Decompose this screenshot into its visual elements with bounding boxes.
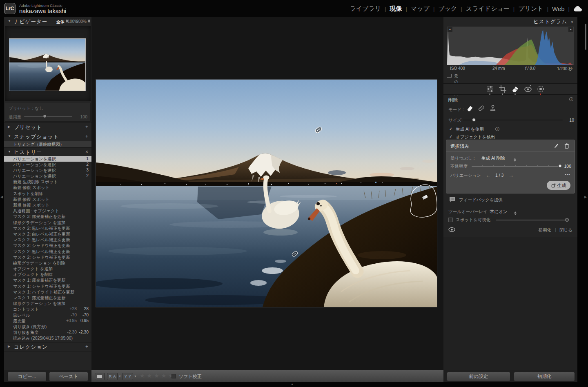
visualize-slider[interactable] — [496, 220, 568, 220]
masking-tool-icon[interactable] — [537, 85, 545, 93]
star-rating[interactable]: ★★★★★ — [140, 372, 176, 379]
history-item[interactable]: マスク 1: シャドウ補正を更新 — [4, 283, 91, 289]
detect-objects-check-icon[interactable]: ✓ — [449, 134, 452, 139]
generative-ai-check-icon[interactable]: ✓ — [449, 127, 452, 131]
history-item[interactable]: オブジェクト を追加 — [4, 266, 91, 272]
opacity-slider-knob[interactable] — [558, 164, 562, 168]
history-item[interactable]: 新規 生成削除 スポット — [4, 179, 91, 185]
original-photo-checkbox[interactable] — [447, 74, 452, 78]
trash-icon[interactable] — [564, 143, 570, 149]
generate-button[interactable]: 生成 — [547, 181, 570, 190]
zoom-updown-icon[interactable] — [88, 19, 91, 23]
filmstrip-expand-arrow[interactable]: ▲ — [291, 383, 294, 385]
module-tab-2[interactable]: 現像 — [390, 5, 402, 13]
crop-tool-icon[interactable] — [499, 85, 507, 93]
snapshot-item[interactable]: トリミング（最終縦構図） — [4, 141, 91, 147]
size-slider-knob[interactable] — [472, 118, 476, 122]
fill-updown-icon[interactable] — [514, 158, 517, 162]
history-item[interactable]: 黒レベル-70-70 — [4, 312, 91, 318]
overlay-updown-icon[interactable] — [514, 211, 517, 215]
reset-button[interactable]: 初期化 — [514, 372, 575, 381]
history-item[interactable]: マスク 2: 白レベル補正を更新 — [4, 231, 91, 237]
mode-heal-icon[interactable] — [478, 105, 485, 112]
module-tab-6[interactable]: プリント — [518, 5, 543, 13]
collapse-triangle-icon[interactable]: ▼ — [8, 150, 11, 153]
variation-prev-arrow[interactable]: ← — [486, 172, 491, 178]
history-item[interactable]: 共通範囲 : オブジェクト — [4, 208, 91, 214]
history-item[interactable]: 線形グラデーション を削除 — [4, 260, 91, 266]
history-item[interactable]: 読み込み (2025/04/15 17:05:00) — [4, 336, 91, 341]
basic-adjust-tool-icon[interactable] — [486, 85, 494, 93]
history-item[interactable]: マスク 2: 黒レベル補正を更新 — [4, 225, 91, 231]
collapse-triangle-icon[interactable]: ▶ — [8, 345, 10, 348]
history-item[interactable]: 新規 修復 スポット — [4, 202, 91, 208]
add-snapshot-button[interactable]: + — [85, 133, 88, 139]
history-item[interactable]: バリエーションを選択2 — [4, 162, 91, 167]
module-tab-1[interactable]: ライブラリ — [350, 5, 381, 13]
star-icon[interactable]: ★ — [161, 372, 169, 379]
presets-header[interactable]: ▶ プリセット + — [4, 123, 91, 131]
history-item[interactable]: 新規 修復 スポット — [4, 196, 91, 202]
mode-eraser-icon[interactable] — [466, 105, 474, 112]
star-icon[interactable]: ★ — [154, 372, 161, 379]
history-item[interactable]: バリエーションを選択1 — [4, 156, 91, 162]
history-item[interactable]: バリエーションを選択2 — [4, 173, 91, 179]
navigator-fit[interactable]: 全体 — [56, 19, 65, 25]
histogram-header[interactable]: ヒストグラム▼ — [533, 18, 574, 25]
history-item[interactable]: オブジェクト を削除 — [4, 272, 91, 278]
copy-button[interactable]: コピー... — [7, 372, 47, 381]
feedback-link[interactable]: フィードバックを提供 — [459, 197, 503, 203]
collapse-triangle-icon[interactable]: ▼ — [8, 19, 11, 23]
visualize-spots-checkbox[interactable] — [448, 218, 453, 222]
amount-slider[interactable] — [24, 116, 72, 117]
collapse-triangle-icon[interactable]: ▼ — [8, 134, 11, 138]
previous-settings-button[interactable]: 前の設定 — [447, 372, 510, 381]
preview-eye-icon[interactable] — [448, 227, 455, 232]
before-after-lr-button[interactable]: RA — [107, 373, 118, 380]
photo-view[interactable] — [96, 80, 437, 307]
navigator-zoom-200[interactable]: 200% — [76, 19, 87, 24]
right-scrollbar[interactable] — [585, 24, 586, 50]
fill-value-dropdown[interactable]: 生成 AI 削除 — [481, 156, 505, 161]
feedback-bubble-icon[interactable] — [449, 197, 456, 202]
tool-overlay-value-dropdown[interactable]: 常にオン — [490, 209, 508, 215]
star-icon[interactable]: ★ — [147, 372, 154, 379]
history-item[interactable]: マスク 3: 露光量補正を更新 — [4, 214, 91, 220]
red-eye-tool-icon[interactable] — [524, 85, 532, 93]
panel-reset-button[interactable]: 初期化 — [539, 227, 552, 233]
history-item[interactable]: マスク 2: 黒レベル補正を更新 — [4, 237, 91, 243]
snapshots-header[interactable]: ▼ スナップショット + — [4, 133, 91, 141]
paste-button[interactable]: ペースト — [49, 372, 88, 381]
detect-objects-label[interactable]: オブジェクトを検出 — [456, 134, 495, 140]
star-icon[interactable]: ★ — [140, 372, 147, 379]
navigator-header[interactable]: ▼ ナビゲーター 全体 100% 200% — [4, 18, 91, 26]
history-item[interactable]: 新規 修復 スポット — [4, 185, 91, 191]
opacity-slider[interactable] — [472, 166, 561, 167]
collapse-triangle-icon[interactable]: ▶ — [8, 125, 10, 129]
caret-icon[interactable]: ▼ — [118, 375, 121, 378]
history-item[interactable]: 線形グラデーション を追加 — [4, 301, 91, 307]
navigator-thumbnail[interactable] — [9, 39, 85, 91]
history-item[interactable]: 露光量+0.950.95 — [4, 318, 91, 324]
variation-more-menu[interactable]: ••• — [565, 172, 570, 177]
history-item[interactable]: マスク 2: シャドウ補正を更新 — [4, 243, 91, 249]
size-slider[interactable] — [463, 120, 563, 120]
module-tab-3[interactable]: マップ — [411, 5, 430, 13]
brush-icon[interactable] — [553, 143, 559, 149]
module-tab-5[interactable]: スライドショー — [466, 5, 510, 13]
history-item[interactable]: マスク 1: 露光量補正を更新 — [4, 278, 91, 283]
history-item[interactable]: バリエーションを選択3 — [4, 167, 91, 173]
info-icon[interactable]: i — [495, 127, 499, 131]
history-item[interactable]: マスク 1: ハイライト補正を更新 — [4, 289, 91, 295]
module-tab-4[interactable]: ブック — [438, 5, 457, 13]
amount-slider-knob[interactable] — [43, 114, 47, 118]
history-item[interactable]: スポットを削除 — [4, 191, 91, 196]
right-panel-collapse-arrow[interactable]: ▶ — [584, 195, 587, 199]
heal-tool-icon[interactable] — [511, 85, 519, 93]
variation-next-arrow[interactable]: → — [508, 172, 514, 178]
histogram-box[interactable]: ▲ ▲ — [447, 26, 574, 65]
history-item[interactable]: マスク 2: シャドウ補正を更新 — [4, 254, 91, 260]
info-icon[interactable]: i — [569, 97, 573, 101]
before-after-tb-button[interactable]: YY — [122, 373, 133, 380]
history-item[interactable]: マスク 2: 黒レベル補正を更新 — [4, 249, 91, 254]
